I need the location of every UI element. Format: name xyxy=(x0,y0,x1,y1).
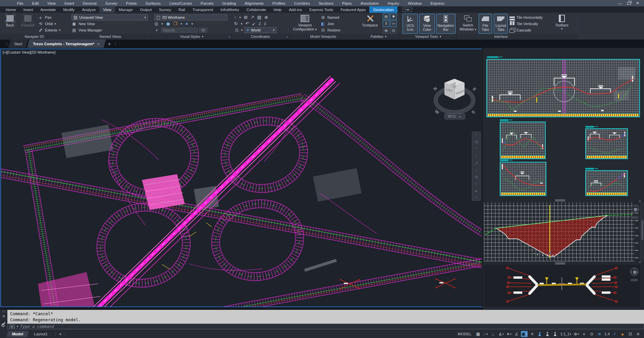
profile-viewport-b[interactable] xyxy=(585,128,628,159)
properties-palette-button[interactable]: ▤ xyxy=(383,13,389,20)
ucs-icon-small[interactable]: ⊡ xyxy=(234,28,239,32)
layout-tabs-toggle[interactable]: LayoutTabs xyxy=(494,14,508,34)
menu-edit[interactable]: Edit xyxy=(28,0,43,6)
wcs-button[interactable]: WCS ▾ xyxy=(444,114,465,119)
menu-sections[interactable]: Sections xyxy=(314,0,338,6)
tab-annotate[interactable]: Annotate xyxy=(37,6,59,13)
ucs-rotate-icon[interactable]: ↻ xyxy=(234,21,238,26)
menu-express[interactable]: Express xyxy=(426,0,449,6)
command-line-grip[interactable]: ✕ xyxy=(0,310,7,330)
panel-label-visual-styles[interactable]: Visual Styles▾ ↘ xyxy=(152,34,231,39)
ucs-back-icon[interactable]: ↶ xyxy=(245,21,249,26)
drawing-status-icon[interactable]: ✓ xyxy=(611,331,618,337)
menu-insert[interactable]: Insert xyxy=(60,0,78,6)
settings-palette-button[interactable]: ✱ xyxy=(390,13,397,20)
menu-surfaces[interactable]: Surfaces xyxy=(141,0,165,6)
annotation-monitor-icon[interactable]: ▲ xyxy=(619,331,626,337)
cascade-button[interactable]: Cascade xyxy=(509,27,543,33)
shaded-box-icon[interactable]: ◼ xyxy=(166,21,170,26)
customization-icon[interactable]: ≡ xyxy=(635,331,641,337)
tab-output[interactable]: Output xyxy=(137,6,156,13)
model-tab[interactable]: Model xyxy=(7,331,29,337)
ucs-object-icon[interactable]: ↗ xyxy=(251,15,254,20)
close-icon[interactable]: ✕ xyxy=(2,314,5,319)
view-manager-button[interactable]: ▤ View Manager xyxy=(71,27,149,33)
ucs-3point-icon[interactable]: 3 xyxy=(264,22,266,26)
command-input[interactable]: ▸ ▾ Type a command xyxy=(7,324,644,329)
menu-alignments[interactable]: Alignments xyxy=(240,0,268,6)
layout1-tab[interactable]: Layout1 xyxy=(29,331,53,337)
opacity-slider[interactable]: Opacity xyxy=(161,28,198,32)
steering-wheel-icon[interactable]: ◎ xyxy=(474,139,478,144)
face-style-icon[interactable]: ❒ xyxy=(173,21,177,26)
clean-screen-icon[interactable]: ⊡ xyxy=(627,331,634,337)
tab-survey[interactable]: Survey xyxy=(155,6,175,13)
recent-commands-icon[interactable]: ▾ xyxy=(17,325,18,328)
navbar-minimize-icon[interactable]: ⊖ xyxy=(475,196,477,199)
tab-analyze[interactable]: Analyze xyxy=(78,6,99,13)
tab-express-tools[interactable]: Express Tools xyxy=(306,6,337,13)
profile-viewport-a[interactable] xyxy=(500,122,546,159)
new-view-button[interactable]: ▣ New View xyxy=(71,21,149,27)
panel-launcher-icon[interactable]: ↘ xyxy=(286,35,288,38)
menu-points[interactable]: Points xyxy=(122,0,141,6)
tab-infraworks[interactable]: InfraWorks xyxy=(217,6,243,13)
menu-lines-curves[interactable]: Lines/Curves xyxy=(165,0,196,6)
zoom-extents-button[interactable]: ↗↙ Extents▾ xyxy=(38,27,60,33)
drag-grip-icon[interactable] xyxy=(2,311,6,312)
menu-file[interactable]: File xyxy=(13,0,28,6)
menu-general[interactable]: General xyxy=(78,0,101,6)
tab-view[interactable]: View xyxy=(99,6,115,13)
pan-button[interactable]: ↔↕ Pan xyxy=(38,14,60,20)
menu-view[interactable]: View xyxy=(43,0,60,6)
menu-corridors[interactable]: Corridors xyxy=(290,0,314,6)
isolate-objects-icon[interactable]: ⊙ xyxy=(588,331,595,337)
ribbon-display-toggle[interactable]: ▪▾ xyxy=(402,7,412,12)
tile-vertically-button[interactable]: Tile Vertically xyxy=(509,21,543,27)
new-layout-button[interactable]: + xyxy=(58,331,63,337)
switch-windows-button[interactable]: Switch Windows ▾ xyxy=(459,14,477,34)
menu-profiles[interactable]: Profiles xyxy=(268,0,289,6)
back-button[interactable]: ← Back xyxy=(2,14,18,34)
tab-rail[interactable]: Rail xyxy=(175,6,189,13)
annotation-scale-icon[interactable] xyxy=(552,331,558,337)
tab-close-icon[interactable]: ✕ xyxy=(97,42,100,46)
ucs-z-axis-icon[interactable]: Z xyxy=(259,22,261,26)
menu-inquiry[interactable]: Inquiry xyxy=(383,0,404,6)
tab-add-ins[interactable]: Add-ins xyxy=(285,6,306,13)
menu-window[interactable]: Window xyxy=(404,0,426,6)
menu-grading[interactable]: Grading xyxy=(218,0,240,6)
toolspace-button[interactable]: Toolspace xyxy=(360,14,380,34)
annotation-visibility-icon[interactable] xyxy=(536,331,543,337)
compass-pill[interactable] xyxy=(631,216,639,219)
graphics-performance-icon[interactable]: ≋ xyxy=(596,331,603,337)
panel-label-palettes[interactable]: Palettes▾ xyxy=(357,34,400,39)
tab-collaborate[interactable]: Collaborate xyxy=(243,6,270,13)
tile-horizontally-button[interactable]: Tile Horizontally xyxy=(509,14,543,20)
ucs-origin-icon[interactable]: ↑ xyxy=(234,15,236,20)
calculator-palette-button[interactable]: ⊞ xyxy=(383,27,389,34)
ucs-previous-icon[interactable]: ⊞ xyxy=(244,15,248,20)
menu-pipes[interactable]: Pipes xyxy=(338,0,356,6)
polar-tracking-icon[interactable]: ∡▾ xyxy=(498,331,504,337)
isometric-drafting-icon[interactable]: ∗▾ xyxy=(505,331,512,337)
view-dropdown[interactable]: ▤ Unsaved View ▾ xyxy=(71,14,148,20)
ucs-dropdown[interactable]: ⊕ World ▾ xyxy=(245,27,277,33)
drawing-tab-active[interactable]: Trevo Completo - Terraplenagem*✕ xyxy=(27,40,106,48)
visual-style-dropdown[interactable]: ▢ 2D Wireframe xyxy=(154,14,227,20)
splitter-handle[interactable] xyxy=(555,199,565,201)
join-viewports-button[interactable]: ◧ Join xyxy=(320,21,340,27)
restore-icon[interactable] xyxy=(627,2,631,5)
model-space-label[interactable]: MODEL xyxy=(455,332,474,336)
ucs-world-icon[interactable]: ⊕ xyxy=(264,15,268,20)
tab-insert[interactable]: Insert xyxy=(20,6,37,13)
named-viewports-button[interactable]: ⊞ Named xyxy=(320,14,340,20)
assembly-compass[interactable]: NWES xyxy=(630,267,639,276)
section-scrollbar[interactable] xyxy=(640,202,644,261)
object-snap-icon[interactable]: ▣▾ xyxy=(521,331,528,337)
monitor-palette-button[interactable]: ⊡ xyxy=(390,27,397,34)
tab-transparent[interactable]: Transparent xyxy=(189,6,217,13)
wrench-icon[interactable] xyxy=(2,322,5,326)
viewport-configuration-button[interactable]: Viewport Configuration ▾ xyxy=(292,14,318,34)
compass-pill[interactable] xyxy=(631,279,638,281)
